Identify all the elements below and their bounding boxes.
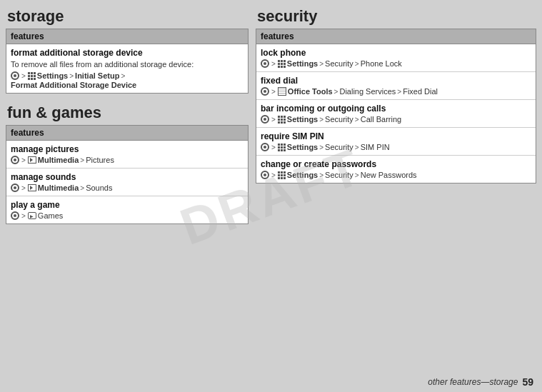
footer: other features—storage 59 xyxy=(0,372,542,392)
path-settings: Settings xyxy=(287,115,318,124)
fun-table: features manage pictures > Multimedia > … xyxy=(6,125,249,224)
path-dialing-services: Dialing Services xyxy=(339,87,396,96)
sim-pin-row: require SIM PIN > Settings > Security > … xyxy=(256,128,536,156)
fixed-dial-path: > Office Tools > Dialing Services > Fixe… xyxy=(261,87,531,96)
manage-sounds-path: > Multimedia > Sounds xyxy=(11,184,244,192)
sim-pin-title: require SIM PIN xyxy=(261,131,531,141)
manage-pictures-path: > Multimedia > Pictures xyxy=(11,156,244,164)
path-settings: Settings xyxy=(287,143,318,151)
security-header: features xyxy=(256,29,536,44)
path-security2: Security xyxy=(325,115,353,124)
path-security: Security xyxy=(325,59,353,68)
fun-header: features xyxy=(6,126,248,141)
path-settings: Settings xyxy=(287,59,318,68)
settings-grid-icon xyxy=(28,72,36,80)
path-security3: Security xyxy=(325,143,353,151)
security-table: features lock phone > Settings > Securit… xyxy=(256,29,536,184)
path-initial-setup: Initial Setup xyxy=(75,71,119,80)
passwords-row: change or create passwords > Settings > … xyxy=(256,156,536,183)
path-fixed-dial: Fixed Dial xyxy=(403,87,438,96)
manage-sounds-title: manage sounds xyxy=(11,172,244,182)
left-column: storage features format additional stora… xyxy=(6,7,249,369)
bullet-icon xyxy=(261,171,269,179)
storage-header: features xyxy=(6,29,248,44)
format-storage-path: > Settings > Initial Setup > Format Addi… xyxy=(11,71,244,89)
bar-calls-row: bar incoming or outgoing calls > Setting… xyxy=(256,100,536,128)
right-column: security features lock phone > Settings … xyxy=(256,7,536,369)
path-settings: Settings xyxy=(37,71,68,80)
fun-title: fun & games xyxy=(6,104,249,122)
path-call-barring: Call Barring xyxy=(361,115,401,124)
footer-text: other features—storage xyxy=(428,377,518,387)
manage-pictures-title: manage pictures xyxy=(11,144,244,154)
path-settings: Settings xyxy=(287,171,318,179)
path-multimedia: Multimedia xyxy=(38,156,79,164)
settings-grid-icon xyxy=(278,116,286,124)
bullet-icon xyxy=(261,59,269,68)
path-phone-lock: Phone Lock xyxy=(361,59,402,68)
format-storage-row: format additional storage device To remo… xyxy=(6,44,248,93)
path-format-device: Format Additional Storage Device xyxy=(11,81,136,89)
fun-section: fun & games features manage pictures > M… xyxy=(6,104,249,224)
path-security4: Security xyxy=(325,171,353,179)
multimedia-icon xyxy=(28,156,36,164)
path-sim-pin: SIM PIN xyxy=(361,143,390,151)
games-icon xyxy=(28,212,36,219)
passwords-title: change or create passwords xyxy=(261,159,531,169)
storage-table: features format additional storage devic… xyxy=(6,29,249,94)
settings-grid-icon xyxy=(278,144,286,151)
passwords-path: > Settings > Security > New Passwords xyxy=(261,171,531,179)
path-pictures: Pictures xyxy=(86,156,114,164)
bullet-icon xyxy=(261,115,269,124)
office-tools-icon xyxy=(278,87,286,96)
arrow: > xyxy=(21,72,26,80)
bar-calls-title: bar incoming or outgoing calls xyxy=(261,104,531,114)
lock-phone-title: lock phone xyxy=(261,48,531,58)
manage-pictures-row: manage pictures > Multimedia > Pictures xyxy=(6,141,248,169)
fixed-dial-title: fixed dial xyxy=(261,76,531,86)
manage-sounds-row: manage sounds > Multimedia > Sounds xyxy=(6,169,248,196)
fixed-dial-row: fixed dial > Office Tools > Dialing Serv… xyxy=(256,72,536,100)
bullet-icon xyxy=(11,211,19,220)
path-office-tools: Office Tools xyxy=(288,87,333,96)
bullet-icon xyxy=(261,143,269,151)
play-game-title: play a game xyxy=(11,200,244,210)
format-storage-desc: To remove all files from an additional s… xyxy=(11,59,244,70)
bullet-icon xyxy=(11,184,19,192)
page-number: 59 xyxy=(522,376,533,388)
path-new-passwords: New Passwords xyxy=(361,171,417,179)
path-multimedia2: Multimedia xyxy=(38,184,79,192)
security-title: security xyxy=(256,7,536,26)
path-sounds: Sounds xyxy=(86,184,112,192)
settings-grid-icon xyxy=(278,171,286,179)
settings-grid-icon xyxy=(278,60,286,68)
path-games: Games xyxy=(38,211,63,220)
play-game-row: play a game > Games xyxy=(6,196,248,223)
bullet-icon xyxy=(11,156,19,164)
format-storage-title: format additional storage device xyxy=(11,48,244,58)
lock-phone-path: > Settings > Security > Phone Lock xyxy=(261,59,531,68)
bullet-icon xyxy=(11,71,19,80)
sim-pin-path: > Settings > Security > SIM PIN xyxy=(261,143,531,151)
bullet-icon xyxy=(261,87,269,96)
storage-title: storage xyxy=(6,7,249,26)
bar-calls-path: > Settings > Security > Call Barring xyxy=(261,115,531,124)
play-game-path: > Games xyxy=(11,211,244,220)
lock-phone-row: lock phone > Settings > Security > Phone… xyxy=(256,44,536,72)
multimedia-icon xyxy=(28,184,36,191)
